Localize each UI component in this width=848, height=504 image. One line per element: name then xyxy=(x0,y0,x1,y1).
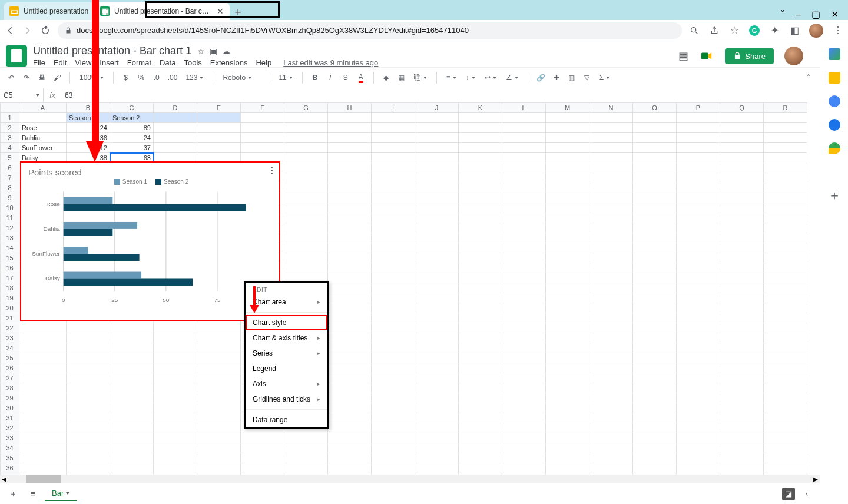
tab-title: Untitled presentation - Bar chart xyxy=(114,7,212,15)
maximize-button[interactable]: ▢ xyxy=(811,9,820,20)
menu-chart-area[interactable]: Chart area▸ xyxy=(246,294,327,310)
move-doc-icon[interactable]: ▣ xyxy=(210,47,217,56)
menu-chart-style[interactable]: Chart style xyxy=(246,315,327,330)
keep-icon[interactable] xyxy=(829,72,840,84)
browser-tab-slides[interactable]: ▭ Untitled presentation xyxy=(4,2,94,20)
menu-extensions[interactable]: Extensions xyxy=(210,58,248,67)
window-controls: ˅ – ▢ ✕ xyxy=(780,9,844,20)
doc-title[interactable]: Untitled presentation - Bar chart 1 xyxy=(33,45,191,57)
last-edit-link[interactable]: Last edit was 9 minutes ago xyxy=(283,58,378,67)
menu-data[interactable]: Data xyxy=(160,58,175,67)
paint-format-button[interactable]: 🖌 xyxy=(52,71,62,85)
currency-button[interactable]: $ xyxy=(121,71,131,85)
comment-button[interactable]: ✚ xyxy=(551,71,562,85)
cloud-status-icon[interactable]: ☁ xyxy=(222,47,230,56)
formula-input[interactable]: 63 xyxy=(61,88,820,102)
extensions-icon[interactable]: ✦ xyxy=(769,25,780,36)
kebab-menu-icon[interactable]: ⋮ xyxy=(833,25,843,36)
svg-text:25: 25 xyxy=(111,297,118,303)
font-size-select[interactable]: 11 xyxy=(276,74,294,82)
meet-icon[interactable] xyxy=(699,48,714,64)
italic-button[interactable]: I xyxy=(325,71,336,85)
undo-button[interactable]: ↶ xyxy=(6,71,16,85)
address-bar[interactable]: docs.google.com/spreadsheets/d/145SroFNC… xyxy=(58,22,682,39)
insert-chart-button[interactable]: ▥ xyxy=(567,71,577,85)
sheets-logo-icon[interactable] xyxy=(6,45,27,67)
rotate-button[interactable]: ∠ xyxy=(504,74,521,82)
print-button[interactable]: 🖶 xyxy=(37,71,47,85)
svg-rect-13 xyxy=(64,204,246,211)
share-label: Share xyxy=(745,52,766,61)
filter-button[interactable]: ▽ xyxy=(582,71,592,85)
side-panel-icon[interactable]: ◧ xyxy=(789,25,800,36)
reload-button[interactable] xyxy=(40,25,51,36)
zoom-indicator-icon[interactable] xyxy=(689,25,700,36)
chart-plot: 0255075RoseDahliaSunFlowerDaisy xyxy=(28,185,274,309)
menu-bar: File Edit View Insert Format Data Tools … xyxy=(33,57,673,67)
font-select[interactable]: Roboto xyxy=(220,74,261,82)
app-header: Untitled presentation - Bar chart 1 ☆ ▣ … xyxy=(0,41,820,67)
name-box[interactable]: C5 xyxy=(0,88,44,102)
chart-menu-button[interactable] xyxy=(266,165,277,175)
grammarly-icon[interactable]: G xyxy=(749,25,760,36)
dec-decimal-button[interactable]: .0 xyxy=(151,71,162,85)
all-sheets-button[interactable]: ≡ xyxy=(25,486,41,502)
menu-format[interactable]: Format xyxy=(127,58,151,67)
menu-legend[interactable]: Legend xyxy=(246,361,327,376)
inc-decimal-button[interactable]: .00 xyxy=(167,71,179,85)
redo-button[interactable]: ↷ xyxy=(21,71,32,85)
sheet-tab-bar[interactable]: Bar xyxy=(45,486,77,501)
menu-axis[interactable]: Axis▸ xyxy=(246,376,327,392)
maps-icon[interactable] xyxy=(829,142,840,154)
menu-data-range[interactable]: Data range xyxy=(246,412,327,427)
chart-title: Points scored xyxy=(28,167,274,177)
side-panel-toggle[interactable]: ‹ xyxy=(799,486,815,502)
functions-button[interactable]: Σ xyxy=(597,74,612,82)
tasks-icon[interactable] xyxy=(829,95,840,107)
close-icon[interactable]: ✕ xyxy=(217,6,224,16)
star-icon[interactable]: ☆ xyxy=(729,25,740,36)
account-avatar[interactable] xyxy=(784,47,803,65)
calendar-icon[interactable] xyxy=(829,48,840,60)
menu-help[interactable]: Help xyxy=(256,58,271,67)
close-window-button[interactable]: ✕ xyxy=(831,9,839,20)
merge-button[interactable]: ⿻ xyxy=(412,74,429,82)
fill-color-button[interactable]: ◆ xyxy=(381,71,392,85)
share-button[interactable]: Share xyxy=(725,48,774,64)
chevron-down-icon[interactable]: ˅ xyxy=(780,9,785,20)
percent-button[interactable]: % xyxy=(136,71,147,85)
borders-button[interactable]: ▦ xyxy=(396,71,407,85)
profile-avatar[interactable] xyxy=(809,24,823,38)
menu-file[interactable]: File xyxy=(33,58,45,67)
side-panel: ＋ xyxy=(820,41,848,504)
bold-button[interactable]: B xyxy=(310,71,320,85)
strike-button[interactable]: S xyxy=(340,71,351,85)
browser-tab-sheets[interactable]: ▦ Untitled presentation - Bar chart ✕ xyxy=(94,2,230,20)
back-button[interactable] xyxy=(5,25,15,36)
contacts-icon[interactable] xyxy=(829,119,840,131)
number-format-select[interactable]: 123 xyxy=(183,74,206,82)
collapse-toolbar-button[interactable]: ˄ xyxy=(803,71,814,85)
forward-button[interactable] xyxy=(22,25,33,36)
menu-chart-axis-titles[interactable]: Chart & axis titles▸ xyxy=(246,330,327,346)
add-sheet-button[interactable]: ＋ xyxy=(5,486,21,502)
new-tab-button[interactable]: ＋ xyxy=(230,4,246,20)
menu-tools[interactable]: Tools xyxy=(184,58,201,67)
v-align-button[interactable]: ↕ xyxy=(463,74,478,82)
wrap-button[interactable]: ↩ xyxy=(482,74,499,82)
embedded-chart[interactable]: Points scored Season 1 Season 2 0255075R… xyxy=(20,161,280,321)
minimize-button[interactable]: – xyxy=(796,9,801,20)
menu-gridlines[interactable]: Gridlines and ticks▸ xyxy=(246,392,327,407)
link-button[interactable]: 🔗 xyxy=(535,71,546,85)
share-url-icon[interactable] xyxy=(709,25,720,36)
horizontal-scrollbar[interactable]: ◂ ▸ xyxy=(0,475,820,483)
explore-button[interactable]: ◪ xyxy=(782,488,795,500)
menu-edit[interactable]: Edit xyxy=(54,58,67,67)
text-color-button[interactable]: A xyxy=(356,71,366,85)
menu-series[interactable]: Series▸ xyxy=(246,346,327,361)
h-align-button[interactable]: ≡ xyxy=(444,74,459,82)
star-doc-icon[interactable]: ☆ xyxy=(197,47,205,56)
spreadsheet-grid[interactable]: ABCDEFGHIJKLMNOPQR1Season 1Season 22Rose… xyxy=(0,102,820,483)
comments-icon[interactable]: ▤ xyxy=(678,49,688,62)
add-addon-icon[interactable]: ＋ xyxy=(829,190,840,201)
